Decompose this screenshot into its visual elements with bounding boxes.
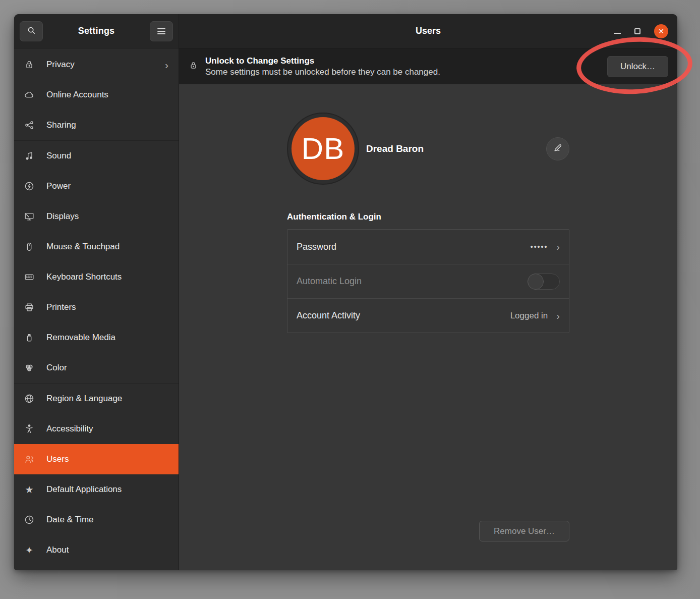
color-icon (23, 362, 35, 374)
users-content: DB Dread Baron Authentication & Login Pa… (179, 84, 677, 570)
app-title: Settings (78, 26, 115, 36)
main-panel: Unlock to Change Settings Some settings … (179, 48, 677, 570)
close-icon[interactable]: ✕ (654, 24, 668, 38)
sidebar-item-default-applications[interactable]: ★ Default Applications (14, 474, 179, 505)
sidebar-item-removable-media[interactable]: Removable Media (14, 322, 179, 353)
account-activity-label: Account Activity (297, 310, 360, 321)
mouse-icon (23, 241, 35, 253)
window-controls: ✕ (614, 24, 677, 38)
automatic-login-row: Automatic Login (287, 264, 569, 298)
unlock-banner: Unlock to Change Settings Some settings … (179, 48, 677, 84)
sidebar-header: Settings (14, 14, 179, 48)
minimize-icon[interactable] (614, 33, 621, 34)
hamburger-icon (157, 28, 165, 34)
password-label: Password (297, 242, 336, 252)
sidebar-item-label: Color (46, 363, 67, 373)
sidebar-item-sharing[interactable]: Sharing (14, 110, 179, 140)
sidebar-item-label: Mouse & Touchpad (46, 242, 120, 252)
sidebar-item-label: Users (46, 454, 69, 464)
power-icon (23, 180, 35, 192)
globe-icon (23, 393, 35, 405)
profile-row: DB Dread Baron (287, 113, 569, 185)
password-dots: ••••• (531, 243, 548, 251)
sidebar-item-label: Date & Time (46, 515, 94, 525)
avatar-initials: DB (291, 117, 355, 180)
sidebar-item-privacy[interactable]: Privacy › (14, 49, 179, 80)
sidebar-item-label: Accessibility (46, 424, 93, 434)
printer-icon (23, 301, 35, 313)
sidebar-item-accessibility[interactable]: Accessibility (14, 414, 179, 444)
sidebar-item-keyboard-shortcuts[interactable]: Keyboard Shortcuts (14, 262, 179, 292)
sidebar-item-label: Removable Media (46, 333, 115, 343)
lock-icon (189, 60, 198, 73)
sidebar-item-sound[interactable]: Sound (14, 141, 179, 171)
sidebar-item-label: Displays (46, 211, 79, 222)
maximize-icon[interactable] (634, 28, 640, 34)
share-icon (23, 119, 35, 131)
sidebar-item-label: Sound (46, 151, 71, 161)
sidebar-item-label: Sharing (46, 120, 76, 130)
page-title: Users (179, 26, 677, 36)
sidebar-item-label: Power (46, 181, 71, 191)
sidebar-item-label: Region & Language (46, 394, 122, 404)
sidebar-item-users[interactable]: Users (14, 444, 179, 474)
lock-icon (23, 59, 35, 71)
keyboard-icon (23, 271, 35, 283)
account-activity-value: Logged in (510, 311, 548, 321)
sidebar-item-power[interactable]: Power (14, 171, 179, 201)
sidebar-item-label: Privacy (46, 60, 75, 70)
chevron-right-icon: › (165, 60, 168, 70)
star-icon: ★ (23, 483, 35, 496)
sidebar-item-mouse-touchpad[interactable]: Mouse & Touchpad (14, 232, 179, 262)
banner-title: Unlock to Change Settings (205, 56, 440, 66)
sidebar-item-color[interactable]: Color (14, 353, 179, 383)
avatar: DB (287, 113, 359, 185)
settings-window: Settings Users ✕ Privacy › Online Accoun… (14, 14, 677, 570)
sidebar-item-date-time[interactable]: Date & Time (14, 505, 179, 535)
chevron-right-icon: › (556, 242, 560, 252)
unlock-button[interactable]: Unlock… (607, 56, 668, 77)
account-activity-row[interactable]: Account Activity Logged in › (287, 298, 569, 333)
titlebar: Users ✕ (179, 14, 677, 48)
automatic-login-label: Automatic Login (297, 276, 362, 287)
banner-subtitle: Some settings must be unlocked before th… (205, 67, 440, 77)
sidebar-item-displays[interactable]: Displays (14, 201, 179, 232)
sidebar-item-region-language[interactable]: Region & Language (14, 384, 179, 414)
auth-group: Password ••••• › Automatic Login Ac (287, 229, 569, 333)
sidebar-item-label: About (46, 545, 69, 555)
toggle-knob (528, 274, 544, 290)
edit-name-button[interactable] (546, 137, 569, 160)
sidebar-item-label: Keyboard Shortcuts (46, 272, 122, 282)
password-row[interactable]: Password ••••• › (287, 230, 569, 264)
sidebar-item-label: Online Accounts (46, 90, 108, 100)
cloud-icon (23, 89, 35, 101)
display-icon (23, 210, 35, 223)
sidebar-item-about[interactable]: ✦ About (14, 535, 179, 565)
banner-text: Unlock to Change Settings Some settings … (205, 56, 440, 77)
sparkle-icon: ✦ (23, 544, 35, 556)
remove-user-button[interactable]: Remove User… (479, 521, 569, 541)
search-button[interactable] (20, 21, 43, 41)
users-icon (23, 453, 35, 465)
sidebar-item-printers[interactable]: Printers (14, 292, 179, 322)
music-note-icon (23, 150, 35, 162)
search-icon (26, 25, 36, 37)
flash-drive-icon (23, 332, 35, 344)
sidebar: Privacy › Online Accounts Sharing Sound (14, 48, 179, 570)
clock-icon (23, 514, 35, 526)
user-name: Dread Baron (366, 143, 424, 154)
chevron-right-icon: › (556, 311, 560, 321)
accessibility-icon (23, 423, 35, 435)
auth-section-heading: Authentication & Login (287, 212, 569, 222)
sidebar-item-online-accounts[interactable]: Online Accounts (14, 80, 179, 110)
sidebar-item-label: Default Applications (46, 484, 122, 495)
pencil-icon (553, 143, 563, 155)
sidebar-item-label: Printers (46, 302, 76, 312)
automatic-login-toggle[interactable] (528, 274, 560, 290)
menu-button[interactable] (150, 21, 173, 41)
desktop-background: { "titlebar": { "title": "Users" }, "sid… (0, 0, 700, 599)
